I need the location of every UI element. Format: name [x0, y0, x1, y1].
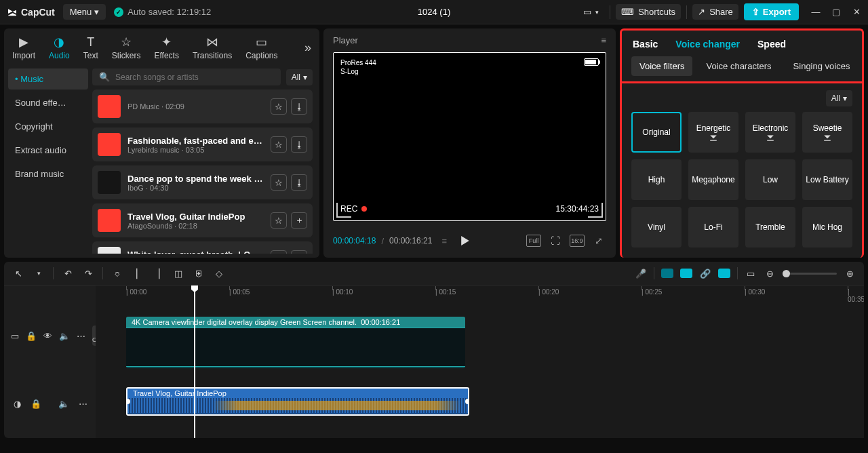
subnav-brand-music[interactable]: Brand music	[8, 163, 88, 184]
more-icon[interactable]: ⋯	[77, 331, 85, 341]
song-row[interactable]: Dance pop to spend the week h… IboG · 04…	[92, 165, 313, 199]
video-track-icon[interactable]: ▭	[11, 331, 19, 341]
split-tool[interactable]: ⎏	[111, 269, 123, 279]
more-icon[interactable]: ⋯	[77, 399, 89, 409]
selection-tool[interactable]: ↖	[12, 269, 24, 279]
voice-tile-tremble[interactable]: Tremble	[745, 207, 795, 248]
mute-icon[interactable]: 🔈	[59, 331, 70, 341]
zoom-in-button[interactable]: ⊕	[844, 269, 856, 279]
lock-icon[interactable]: 🔒	[30, 399, 42, 409]
subnav-music[interactable]: • Music	[8, 68, 88, 90]
subnav-copyright[interactable]: Copyright	[8, 116, 88, 137]
audio-track-icon[interactable]: ◑	[11, 399, 23, 409]
search-input[interactable]	[115, 73, 274, 82]
mode-text[interactable]: TText	[83, 35, 98, 60]
voice-tile-original[interactable]: Original	[631, 112, 682, 153]
trim-right-tool[interactable]: ⎥	[152, 269, 164, 279]
share-button[interactable]: ↗ Share	[692, 4, 738, 20]
voice-tile-low[interactable]: Low	[745, 159, 795, 200]
mode-transitions[interactable]: ⋈Transitions	[193, 35, 232, 60]
aspect-ratio-button[interactable]: 16:9	[570, 235, 585, 247]
player-menu-button[interactable]: ≡	[601, 35, 606, 45]
voice-tile-vinyl[interactable]: Vinyl	[631, 207, 682, 248]
magnet-toggle[interactable]	[680, 269, 692, 278]
marker-tool[interactable]: ◇	[213, 269, 225, 279]
voice-tile-lo-fi[interactable]: Lo-Fi	[688, 207, 738, 248]
download-button[interactable]: ⭳	[291, 136, 307, 153]
mode-audio[interactable]: ◑Audio	[49, 35, 70, 60]
minimize-button[interactable]: —	[811, 7, 821, 17]
volume-icon[interactable]: ≡	[441, 236, 447, 246]
voice-tile-sweetie[interactable]: Sweetie	[802, 112, 852, 153]
align-toggle[interactable]	[718, 269, 730, 278]
maximize-button[interactable]: ▢	[831, 7, 841, 17]
song-row[interactable]: Fashionable, fast-paced and ene… Lyrebir…	[92, 127, 313, 161]
more-modes-button[interactable]: »	[304, 41, 311, 55]
audio-clip[interactable]: Travel Vlog, Guitar IndiePop	[126, 387, 469, 416]
mode-captions[interactable]: ▭Captions	[245, 35, 277, 60]
play-button[interactable]	[456, 232, 474, 250]
download-button[interactable]: ⭳	[291, 98, 307, 115]
voice-tile-mic-hog[interactable]: Mic Hog	[802, 207, 852, 248]
song-row[interactable]: Travel Vlog, Guitar IndiePop AtagoSounds…	[92, 203, 313, 237]
menu-button[interactable]: Menu ▾	[63, 4, 106, 20]
voice-tile-high[interactable]: High	[631, 159, 682, 200]
lock-icon[interactable]: 🔒	[26, 331, 37, 341]
mode-effects[interactable]: ✦Effects	[154, 35, 178, 60]
export-button[interactable]: ⇪ Export	[744, 3, 799, 20]
favorite-button[interactable]: ☆	[271, 98, 287, 115]
video-clip[interactable]: 4K Camera viewfinder digital overlay dis…	[126, 317, 465, 368]
tool-dropdown[interactable]: ▾	[33, 270, 45, 277]
search-input-wrap[interactable]: 🔍	[92, 68, 281, 85]
trim-left-tool[interactable]: ⎢	[132, 269, 144, 279]
shield-tool[interactable]: ⛨	[193, 269, 205, 279]
subtab-voice-filters[interactable]: Voice filters	[631, 56, 692, 76]
playhead[interactable]	[194, 285, 195, 438]
favorite-button[interactable]: ☆	[271, 174, 287, 191]
shortcuts-button[interactable]: ⌨ Shortcuts	[616, 4, 681, 20]
frame-icon[interactable]: ⛶	[548, 235, 563, 247]
subnav-extract-audio[interactable]: Extract audio	[8, 140, 88, 161]
favorite-button[interactable]: ☆	[271, 212, 287, 229]
subtab-singing-voices[interactable]: Singing voices	[785, 56, 859, 76]
close-button[interactable]: ✕	[852, 7, 861, 17]
subnav-sound-effects[interactable]: Sound effe…	[8, 92, 88, 113]
favorite-button[interactable]: ☆	[271, 136, 287, 153]
zoom-slider[interactable]	[783, 273, 837, 275]
timeline-ruler[interactable]: | 00:00| 00:05| 00:10| 00:15| 00:20| 00:…	[96, 285, 864, 302]
voice-tile-electronic[interactable]: Electronic	[745, 112, 795, 153]
voice-tile-energetic[interactable]: Energetic	[688, 112, 738, 153]
song-row[interactable]: PD Music · 02:09 ☆ ⭳	[92, 90, 313, 123]
tab-speed[interactable]: Speed	[757, 39, 786, 50]
tab-basic[interactable]: Basic	[633, 39, 658, 50]
download-button[interactable]: ⭳	[291, 174, 307, 191]
clip-handle-right[interactable]	[465, 399, 469, 404]
zoom-out-button[interactable]: ⊖	[764, 269, 776, 279]
filter-all-button[interactable]: All ▾	[286, 69, 313, 85]
mic-button[interactable]: 🎤	[635, 269, 647, 279]
voice-filter-all-button[interactable]: All ▾	[826, 90, 852, 106]
battery-icon	[584, 58, 599, 66]
mute-icon[interactable]: 🔈	[58, 399, 70, 409]
undo-button[interactable]: ↶	[62, 269, 74, 279]
layout-button[interactable]: ▭▾	[578, 4, 604, 20]
voice-tile-low-battery[interactable]: Low Battery	[802, 159, 852, 200]
quality-full-button[interactable]: Full	[526, 235, 541, 247]
redo-button[interactable]: ↷	[82, 269, 94, 279]
snap-toggle[interactable]	[661, 269, 673, 278]
voice-tile-megaphone[interactable]: Megaphone	[688, 159, 738, 200]
eye-icon[interactable]: 👁	[43, 331, 52, 341]
mode-stickers[interactable]: ☆Stickers	[112, 35, 141, 60]
preview-toggle[interactable]: ▭	[745, 269, 757, 279]
preview-viewport[interactable]: ProRes 444 S-Log REC 15:30:44:23	[333, 52, 606, 221]
add-button[interactable]: ＋	[291, 212, 307, 229]
mode-import[interactable]: ▶Import	[12, 35, 35, 60]
subtab-voice-characters[interactable]: Voice characters	[698, 56, 779, 76]
favorite-button[interactable]: ☆	[271, 250, 287, 254]
tab-voice-changer[interactable]: Voice changer	[675, 39, 740, 50]
crop-tool[interactable]: ◫	[172, 269, 184, 279]
song-row[interactable]: White lover, sweet breath. LOVE … G-axis…	[92, 241, 313, 254]
fullscreen-button[interactable]: ⤢	[591, 235, 606, 247]
link-button[interactable]: 🔗	[699, 269, 711, 279]
download-button[interactable]: ⭳	[291, 250, 307, 254]
